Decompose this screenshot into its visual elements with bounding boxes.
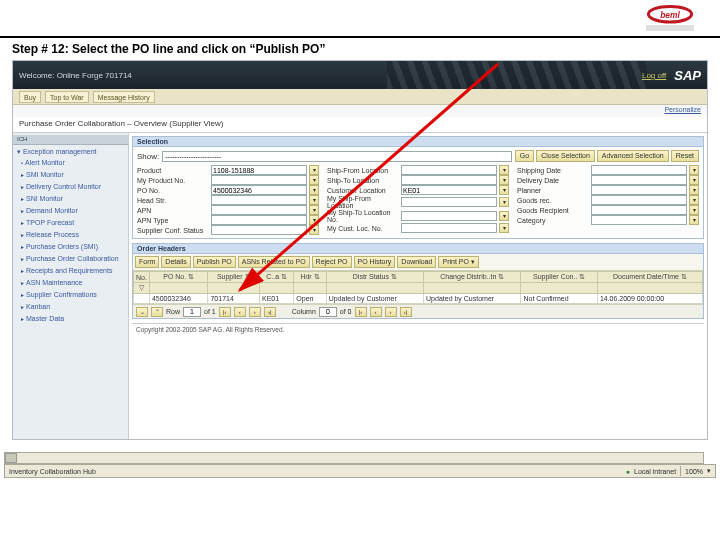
f4-icon[interactable]: ▾: [499, 223, 509, 233]
f4-icon[interactable]: ▾: [309, 175, 319, 185]
f4-icon[interactable]: ▾: [309, 205, 319, 215]
f4-icon[interactable]: ▾: [689, 215, 699, 225]
f4-icon[interactable]: ▾: [689, 205, 699, 215]
apn-input[interactable]: [211, 205, 307, 215]
next-row-icon[interactable]: ›: [249, 307, 261, 317]
asns-button[interactable]: ASNs Related to PO: [238, 256, 310, 268]
last-col-icon[interactable]: ›|: [400, 307, 412, 317]
col-ca[interactable]: C..a ⇅: [259, 272, 293, 283]
myshipto-input[interactable]: [401, 211, 497, 221]
download-button[interactable]: Download: [397, 256, 436, 268]
col-hdr[interactable]: Hdr ⇅: [294, 272, 326, 283]
f4-icon[interactable]: ▾: [499, 165, 509, 175]
details-button[interactable]: Details: [161, 256, 190, 268]
apntype-input[interactable]: [211, 215, 307, 225]
goodsrec-input[interactable]: [591, 195, 687, 205]
col-distr[interactable]: Distr Status ⇅: [326, 272, 423, 283]
col-supcon[interactable]: Supplier Con.. ⇅: [521, 272, 597, 283]
nav-smi-monitor[interactable]: SMI Monitor: [13, 169, 128, 181]
horizontal-scrollbar[interactable]: [4, 452, 704, 464]
last-row-icon[interactable]: ›|: [264, 307, 276, 317]
nav-supplier-conf[interactable]: Supplier Confirmations: [13, 289, 128, 301]
custloc-input[interactable]: [401, 185, 497, 195]
nav-kanban[interactable]: Kanban: [13, 301, 128, 313]
scrollbar-thumb[interactable]: [5, 453, 17, 463]
table-pager: ⌄ ⌃ Row of 1 |‹ ‹ › ›| Column of 0 |‹: [133, 304, 703, 318]
f4-icon[interactable]: ▾: [309, 215, 319, 225]
f4-icon[interactable]: ▾: [309, 165, 319, 175]
mycust-input[interactable]: [401, 223, 497, 233]
planner-input[interactable]: [591, 185, 687, 195]
f4-icon[interactable]: ▾: [309, 185, 319, 195]
col-docdate[interactable]: Document Date/Time ⇅: [597, 272, 702, 283]
form-button[interactable]: Form: [135, 256, 159, 268]
nav-heading[interactable]: ▾ Exception management: [13, 147, 128, 157]
personalize-link[interactable]: Personalize: [664, 106, 701, 116]
reset-button[interactable]: Reset: [671, 150, 699, 162]
f4-icon[interactable]: ▾: [309, 225, 319, 235]
nav-demand-monitor[interactable]: Demand Monitor: [13, 205, 128, 217]
logoff-link[interactable]: Log off: [642, 71, 666, 80]
product-input[interactable]: [211, 165, 307, 175]
shipto-input[interactable]: [401, 175, 497, 185]
supconf-input[interactable]: [211, 225, 307, 235]
f4-icon[interactable]: ▾: [689, 195, 699, 205]
row-current-input[interactable]: [183, 307, 201, 317]
pono-input[interactable]: [211, 185, 307, 195]
close-selection-button[interactable]: Close Selection: [536, 150, 595, 162]
collapse-all-icon[interactable]: ⌃: [151, 307, 163, 317]
go-button[interactable]: Go: [515, 150, 534, 162]
tab-message-history[interactable]: Message History: [93, 91, 155, 103]
first-col-icon[interactable]: |‹: [355, 307, 367, 317]
myshipfrom-input[interactable]: [401, 197, 497, 207]
nav-po-smi[interactable]: Purchase Orders (SMI): [13, 241, 128, 253]
category-input[interactable]: [591, 215, 687, 225]
prev-row-icon[interactable]: ‹: [234, 307, 246, 317]
f4-icon[interactable]: ▾: [499, 211, 509, 221]
cal-icon[interactable]: ▾: [689, 165, 699, 175]
shipfrom-input[interactable]: [401, 165, 497, 175]
col-no[interactable]: No.: [134, 272, 150, 283]
col-supplier[interactable]: Supplier ⇅: [208, 272, 260, 283]
goodsrecipient-input[interactable]: [591, 205, 687, 215]
expand-all-icon[interactable]: ⌄: [136, 307, 148, 317]
nav-delivery-control[interactable]: Delivery Control Monitor: [13, 181, 128, 193]
po-history-button[interactable]: PO History: [354, 256, 396, 268]
nav-handle[interactable]: ICH: [13, 135, 128, 145]
f4-icon[interactable]: ▾: [499, 185, 509, 195]
table-row[interactable]: 4500032346 701714 KE01 Open Updated by C…: [134, 294, 703, 304]
nav-po-collaboration[interactable]: Purchase Order Collaboration: [13, 253, 128, 265]
zoom-dropdown-icon[interactable]: ▾: [707, 467, 711, 475]
myproduct-input[interactable]: [211, 175, 307, 185]
f4-icon[interactable]: ▾: [689, 185, 699, 195]
nav-receipts[interactable]: Receipts and Requirements: [13, 265, 128, 277]
nav-sni-monitor[interactable]: SNI Monitor: [13, 193, 128, 205]
cal-icon[interactable]: ▾: [689, 175, 699, 185]
f4-icon[interactable]: ▾: [499, 175, 509, 185]
publish-po-button[interactable]: Publish PO: [193, 256, 236, 268]
col-current-input[interactable]: [319, 307, 337, 317]
delivdate-input[interactable]: [591, 175, 687, 185]
f4-icon[interactable]: ▾: [309, 195, 319, 205]
reject-po-button[interactable]: Reject PO: [312, 256, 352, 268]
print-po-button[interactable]: Print PO ▾: [438, 256, 478, 268]
nav-release-process[interactable]: Release Process: [13, 229, 128, 241]
prev-col-icon[interactable]: ‹: [370, 307, 382, 317]
tab-top-to-war[interactable]: Top to War: [45, 91, 89, 103]
tab-buy[interactable]: Buy: [19, 91, 41, 103]
first-row-icon[interactable]: |‹: [219, 307, 231, 317]
nav-asn[interactable]: ASN Maintenance: [13, 277, 128, 289]
col-change[interactable]: Change Distrib..tn ⇅: [424, 272, 521, 283]
f4-icon[interactable]: ▾: [499, 197, 509, 207]
nav-master-data[interactable]: Master Data: [13, 313, 128, 325]
headstr-input[interactable]: [211, 195, 307, 205]
nav-tpop-forecast[interactable]: TPOP Forecast: [13, 217, 128, 229]
shipdate-input[interactable]: [591, 165, 687, 175]
advanced-selection-button[interactable]: Advanced Selection: [597, 150, 669, 162]
col-pono[interactable]: PO No. ⇅: [149, 272, 208, 283]
show-input[interactable]: [162, 151, 512, 162]
nav-alert-monitor[interactable]: Alert Monitor: [13, 157, 128, 169]
next-col-icon[interactable]: ›: [385, 307, 397, 317]
filter-icon[interactable]: ▽: [139, 284, 144, 291]
planner-label: Planner: [517, 187, 589, 194]
